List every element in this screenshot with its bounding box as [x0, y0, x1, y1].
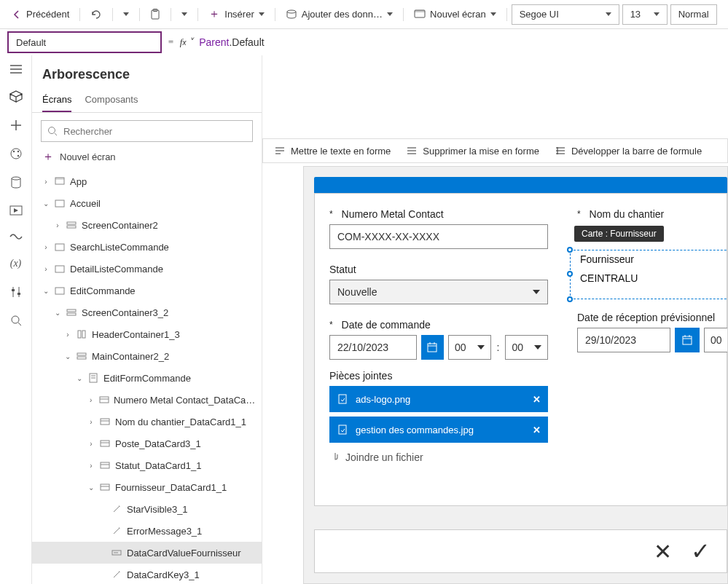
svg-rect-33: [101, 462, 109, 468]
canvas-viewport: * Numero Metal Contact COM-XXXX-XX-XXXX …: [303, 166, 728, 584]
paste-button[interactable]: [144, 6, 166, 23]
add-data-button[interactable]: Ajouter des donn…: [280, 6, 399, 23]
submit-button[interactable]: ✓: [691, 537, 711, 565]
hamburger-icon[interactable]: [9, 64, 23, 74]
date-cmd-input[interactable]: 22/10/2023: [329, 335, 417, 360]
statut-label: Statut: [329, 264, 548, 275]
expand-formula-button[interactable]: Développer la barre de formule: [555, 146, 702, 157]
date-cmd-picker[interactable]: [421, 335, 444, 360]
new-screen-label: Nouvel écran: [430, 9, 486, 20]
tree-node-editcommande[interactable]: ⌄EditCommande: [32, 280, 262, 301]
form-footer: ✕ ✓: [314, 529, 727, 573]
svg-rect-20: [55, 244, 64, 250]
file-icon: [337, 424, 348, 435]
tree-node-dc-statut[interactable]: ›Statut_DataCard1_1: [32, 454, 262, 476]
formula-input[interactable]: Parent.Default: [199, 36, 265, 48]
property-select[interactable]: Default: [7, 31, 162, 53]
svg-rect-23: [67, 309, 76, 312]
tree-node-datacardvalue[interactable]: DataCardValueFournisseur: [32, 542, 262, 564]
search-icon[interactable]: [10, 315, 22, 326]
plus-icon: ＋: [42, 149, 54, 165]
tree-node-header1-3[interactable]: ›HeaderContainer1_3: [32, 323, 262, 345]
tree-panel: Arborescence Écrans Composants ＋ Nouvel …: [32, 55, 262, 584]
date-cmd-hour[interactable]: 00: [448, 335, 491, 360]
property-name: Default: [16, 37, 46, 48]
undo-button[interactable]: [85, 7, 108, 23]
back-button[interactable]: Précédent: [6, 6, 75, 23]
paste-menu[interactable]: [176, 9, 193, 19]
font-weight-select[interactable]: Normal: [670, 4, 717, 25]
statut-select[interactable]: Nouvelle: [329, 280, 548, 304]
svg-rect-30: [100, 397, 109, 403]
svg-rect-19: [67, 226, 76, 228]
tree-node-dc-fournisseur[interactable]: ⌄Fournisseur_DataCard1_1: [32, 476, 262, 498]
tree-node-error[interactable]: ErrorMessage3_1: [32, 520, 262, 542]
tree-node-accueil[interactable]: ⌄Accueil: [32, 192, 262, 214]
variable-icon[interactable]: (x): [10, 258, 22, 269]
tree-node-star[interactable]: StarVisible3_1: [32, 498, 262, 520]
fournisseur-card[interactable]: Fournisseur CEINTRALU: [580, 253, 638, 287]
insert-label: Insérer: [224, 9, 254, 20]
tree-search[interactable]: [41, 120, 253, 142]
palette-icon[interactable]: [9, 147, 23, 160]
date-recv-picker[interactable]: [675, 328, 700, 352]
attach-file-button[interactable]: Joindre un fichier: [329, 447, 548, 467]
svg-rect-4: [415, 10, 425, 12]
date-cmd-min[interactable]: 00: [505, 335, 548, 360]
insert-button[interactable]: ＋ Insérer: [203, 4, 270, 25]
tree-node-detailliste[interactable]: ›DetailListeCommande: [32, 258, 262, 280]
svg-rect-25: [78, 331, 81, 338]
svg-rect-28: [77, 357, 86, 359]
svg-rect-37: [339, 395, 346, 403]
numero-input[interactable]: COM-XXXX-XX-XXXX: [329, 224, 548, 249]
calendar-icon: [681, 334, 693, 346]
attachment-2[interactable]: gestion des commandes.jpg ✕: [329, 417, 548, 443]
svg-rect-11: [12, 289, 15, 291]
tree-node-dc-nom[interactable]: ›Nom du chantier_DataCard1_1: [32, 411, 262, 433]
date-recv-input[interactable]: 29/10/2023: [577, 328, 670, 352]
svg-point-14: [49, 127, 55, 134]
tree-node-dc-numero[interactable]: ›Numero Metal Contact_DataCard1_1: [32, 389, 262, 411]
tree-new-screen[interactable]: ＋ Nouvel écran: [32, 146, 262, 170]
clipboard-icon: [150, 9, 160, 20]
tab-components[interactable]: Composants: [85, 90, 138, 112]
tree-node-editform[interactable]: ⌄EditFormCommande: [32, 367, 262, 389]
svg-rect-24: [67, 313, 76, 315]
svg-rect-31: [101, 419, 109, 425]
media-icon[interactable]: [9, 205, 23, 216]
svg-point-2: [287, 10, 296, 13]
tree-node-dckey[interactable]: DataCardKey3_1: [32, 564, 262, 584]
remove-attachment-1[interactable]: ✕: [533, 394, 541, 405]
svg-point-5: [11, 149, 21, 159]
settings-icon[interactable]: [10, 285, 22, 299]
remove-attachment-2[interactable]: ✕: [533, 425, 541, 435]
tab-screens[interactable]: Écrans: [42, 90, 71, 112]
tree-node-searchliste[interactable]: ›SearchListeCommande: [32, 236, 262, 258]
fournisseur-value: CEINTRALU: [580, 269, 638, 287]
cube-icon[interactable]: [9, 90, 23, 103]
attachment-1[interactable]: ads-logo.png ✕: [329, 386, 548, 412]
formula-format-bar: Mettre le texte en forme Supprimer la mi…: [262, 138, 728, 163]
undo-menu[interactable]: [117, 9, 135, 19]
plus-icon[interactable]: [10, 119, 22, 131]
fournisseur-label: Fournisseur: [580, 253, 638, 265]
font-size: 13: [630, 9, 641, 20]
cancel-button[interactable]: ✕: [654, 539, 672, 564]
font-select[interactable]: Segoe UI: [512, 4, 619, 25]
database-icon[interactable]: [10, 176, 22, 189]
format-text-button[interactable]: Mettre le texte en forme: [275, 146, 391, 157]
new-screen-button[interactable]: Nouvel écran: [408, 6, 502, 23]
tree-node-main2-2[interactable]: ⌄MainContainer2_2: [32, 345, 262, 367]
tree-node-screencontainer2[interactable]: ›ScreenContainer2: [32, 214, 262, 236]
font-size-select[interactable]: 13: [622, 4, 668, 25]
date-cmd-label: * Date de commande: [329, 319, 548, 331]
tree-node-dc-poste[interactable]: ›Poste_DataCard3_1: [32, 433, 262, 454]
tree-node-app[interactable]: ›App: [32, 170, 262, 192]
paperclip-icon: [331, 451, 340, 463]
flow-icon[interactable]: [9, 232, 23, 242]
remove-format-button[interactable]: Supprimer la mise en forme: [407, 146, 539, 157]
form-header-strip: [314, 177, 727, 193]
date-recv-hour[interactable]: 00: [704, 328, 728, 352]
tree-node-sc3-2[interactable]: ⌄ScreenContainer3_2: [32, 301, 262, 323]
search-input[interactable]: [63, 126, 246, 137]
